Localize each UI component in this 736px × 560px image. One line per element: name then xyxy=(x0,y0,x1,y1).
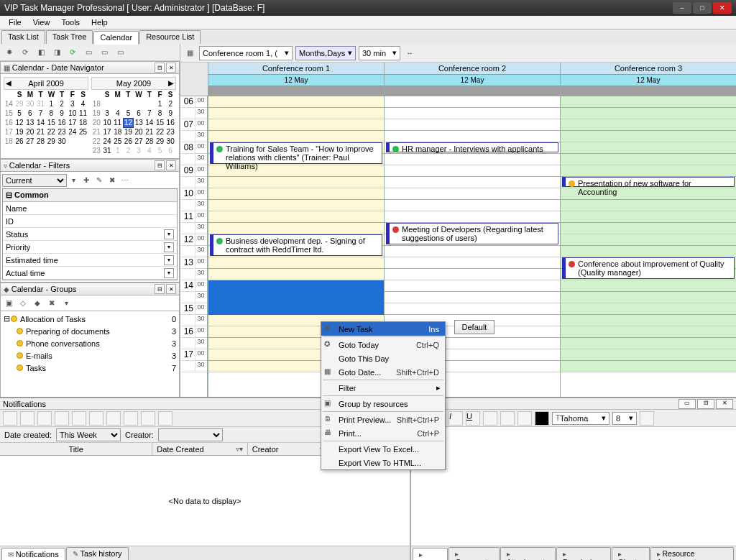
tab-notifications[interactable]: ✉ Notifications xyxy=(1,548,65,560)
menu-help[interactable]: Help xyxy=(86,17,114,28)
ctx-goto-date[interactable]: ▦ Goto Date... Shift+Ctrl+D xyxy=(321,365,445,379)
tool-btn-4[interactable]: ◨ xyxy=(50,46,63,59)
notif-tool-7[interactable] xyxy=(106,411,121,426)
detail-tab[interactable]: ▸ Charts xyxy=(612,547,650,560)
notif-tool-2[interactable] xyxy=(20,411,34,426)
tab-calendar[interactable]: Calendar xyxy=(93,31,139,45)
ctx-goto-this-day[interactable]: Goto This Day xyxy=(321,352,445,365)
font-combo[interactable]: T Tahoma▾ xyxy=(552,412,610,425)
ctx-group-by[interactable]: ▣ Group by resources xyxy=(321,397,445,410)
room-header[interactable]: Conference room 1 12 May xyxy=(208,63,384,96)
tool-btn-6[interactable]: ▭ xyxy=(82,46,95,59)
groups-tool-4[interactable]: ✖ xyxy=(45,297,58,310)
panel-close-icon[interactable]: ✕ xyxy=(716,399,733,409)
group-root[interactable]: ⊟ Allocation of Tasks 0 xyxy=(4,313,176,325)
tool-btn-3[interactable]: ◧ xyxy=(34,46,47,59)
col-creator[interactable]: Creator▾ xyxy=(248,443,329,455)
close-button[interactable]: ✕ xyxy=(713,2,732,14)
refresh-icon[interactable]: ⟳ xyxy=(66,46,79,59)
group-item[interactable]: E-mails3 xyxy=(17,349,176,362)
ctx-export-html[interactable]: Export View To HTML... xyxy=(321,456,445,469)
ctx-print-preview[interactable]: 🗎 Print Preview... Shift+Ctrl+P xyxy=(321,413,445,426)
ctx-export-excel[interactable]: Export View To Excel... xyxy=(321,442,445,456)
tool-btn-8[interactable]: ▭ xyxy=(114,46,126,59)
group-item[interactable]: Preparing of documents3 xyxy=(17,325,176,337)
notif-tool-9[interactable] xyxy=(141,411,155,426)
col-date[interactable]: Date Created▿▾ xyxy=(152,443,248,455)
notif-tool-8[interactable] xyxy=(124,411,138,426)
maximize-button[interactable]: □ xyxy=(693,2,712,14)
dt-align-l-icon[interactable] xyxy=(483,411,497,426)
tool-btn-2[interactable]: ⟳ xyxy=(19,46,32,59)
pin-icon[interactable]: ⊟ xyxy=(155,160,165,170)
groups-tool-3[interactable]: ◆ xyxy=(31,297,44,310)
calendar-event[interactable]: HR manager - Interviews with applicants xyxy=(386,142,558,152)
groups-tool-1[interactable]: ▣ xyxy=(2,297,15,310)
filter-tool-3[interactable]: ✎ xyxy=(93,174,106,187)
filter-tool-4[interactable]: ✖ xyxy=(106,174,119,187)
range-button[interactable]: Months,Days▾ xyxy=(295,46,356,60)
resource-combo[interactable]: Conference room 1, (▾ xyxy=(199,46,293,60)
filter-row[interactable]: Actual time▾ xyxy=(3,267,177,280)
ctx-print[interactable]: 🖶 Print... Ctrl+P xyxy=(321,426,445,440)
calendar-event[interactable]: Meeting of Developers (Regarding latest … xyxy=(386,223,558,244)
menu-tools[interactable]: Tools xyxy=(55,17,86,28)
close-pane-icon[interactable]: ✕ xyxy=(166,63,176,73)
menu-view[interactable]: View xyxy=(27,17,56,28)
detail-tab[interactable]: ▸ Permissions xyxy=(556,547,611,560)
slot-size-combo[interactable]: 30 min▾ xyxy=(359,46,400,60)
group-item[interactable]: Tasks7 xyxy=(17,362,176,374)
dt-align-r-icon[interactable] xyxy=(518,411,532,426)
dt-align-c-icon[interactable] xyxy=(500,411,515,426)
panel-pin-icon[interactable]: ⊟ xyxy=(697,399,714,409)
dt-italic-icon[interactable]: I xyxy=(448,411,463,426)
filter-row[interactable]: Priority▾ xyxy=(3,241,177,254)
filter-apply-icon[interactable]: ▾ xyxy=(67,174,80,187)
dt-extra-icon[interactable] xyxy=(640,411,654,426)
tab-task-list[interactable]: Task List xyxy=(1,30,45,44)
close-pane-icon[interactable]: ✕ xyxy=(166,160,176,170)
calendar-event[interactable]: Presentation of new software for Account… xyxy=(562,177,735,187)
calendar-event[interactable]: Business development dep. - Signing of c… xyxy=(210,234,382,256)
tab-task-tree[interactable]: Task Tree xyxy=(46,30,93,44)
room-header[interactable]: Conference room 2 12 May xyxy=(384,63,560,96)
dt-color-icon[interactable] xyxy=(535,411,549,426)
groups-tool-2[interactable]: ◇ xyxy=(17,297,29,310)
menu-file[interactable]: File xyxy=(3,17,27,28)
filter-tool-2[interactable]: ✚ xyxy=(80,174,93,187)
mini-calendar-right[interactable]: May 2009▶SMTWTFS181219345678920101112131… xyxy=(91,77,176,155)
pin-icon[interactable]: ⊟ xyxy=(155,284,165,294)
detail-tab[interactable]: ▸ Notes xyxy=(413,548,448,560)
cal-tool-arrow[interactable]: ↔ xyxy=(403,47,416,60)
filter-row[interactable]: Name xyxy=(3,202,177,215)
col-title[interactable]: Title xyxy=(0,443,152,455)
detail-tab[interactable]: ▸ Resource Assignment xyxy=(650,547,734,560)
time-selection[interactable] xyxy=(208,280,384,315)
notif-tool-5[interactable] xyxy=(72,411,86,426)
detail-body[interactable] xyxy=(411,427,736,546)
room-header[interactable]: Conference room 3 12 May xyxy=(560,63,736,96)
date-created-combo[interactable]: This Week xyxy=(56,428,121,441)
notif-tool-1[interactable] xyxy=(3,411,17,426)
default-button[interactable]: Default xyxy=(454,320,494,334)
filter-row[interactable]: Status▾ xyxy=(3,228,177,241)
filter-row[interactable]: ID xyxy=(3,215,177,228)
tool-btn-7[interactable]: ▭ xyxy=(98,46,111,59)
ctx-filter[interactable]: Filter▸ xyxy=(321,381,445,395)
close-pane-icon[interactable]: ✕ xyxy=(166,284,176,294)
group-item[interactable]: Phone conversations3 xyxy=(17,337,176,349)
pin-icon[interactable]: ⊟ xyxy=(155,63,165,73)
cal-tool-1[interactable]: ▦ xyxy=(183,47,196,60)
mini-calendar-left[interactable]: April 2009◀SMTWTFS1429303112341556789101… xyxy=(4,77,88,155)
panel-restore-icon[interactable]: ▭ xyxy=(678,399,696,409)
minimize-button[interactable]: – xyxy=(673,2,691,14)
tab-resource-list[interactable]: Resource List xyxy=(139,30,201,44)
filter-preset-combo[interactable]: Current xyxy=(2,174,67,187)
notif-tool-6[interactable] xyxy=(89,411,104,426)
ctx-goto-today[interactable]: ✪ Goto Today Ctrl+Q xyxy=(321,338,445,352)
dt-under-icon[interactable]: U xyxy=(466,411,480,426)
new-task-icon[interactable]: ✸ xyxy=(3,46,16,59)
detail-tab[interactable]: ▸ Attachments xyxy=(500,547,556,560)
tab-task-history[interactable]: ✎ Task history xyxy=(66,547,129,560)
calendar-event[interactable]: Training for Sales Team - "How to improv… xyxy=(210,142,382,164)
